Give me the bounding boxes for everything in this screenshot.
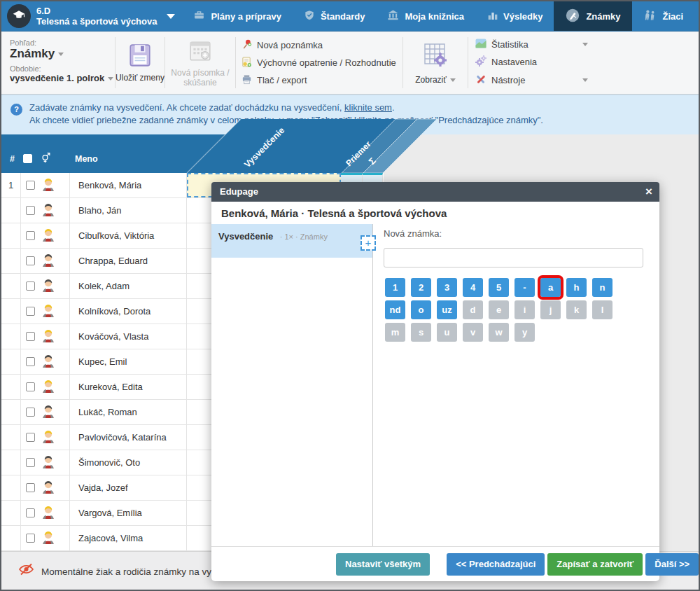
class-subject: Telesná a športová výchova [36,16,157,27]
row-checkbox[interactable] [26,231,35,240]
grade-button-2[interactable]: 2 [411,278,431,297]
row-number [1,274,21,298]
menu-item-plany-a-pripravy[interactable]: Plány a prípravy [182,1,292,31]
menu-label: Výsledky [503,11,542,22]
row-checkbox[interactable] [26,408,35,417]
column-header-number: # [10,154,15,164]
select-all-checkbox[interactable] [23,154,32,163]
grade-button-j[interactable]: j [540,300,561,319]
zap-sa-a-zatvori-button[interactable]: Zapísať a zatvoriť [547,553,643,576]
grade-button-d[interactable]: d [463,300,483,319]
row-checkbox[interactable] [26,256,35,265]
educational-measure-button[interactable]: Výchovné opatrenie / Rozhodnutie [241,57,402,69]
row-number [1,526,21,550]
student-name: Kureková, Edita [70,375,187,399]
grade-button-e[interactable]: e [489,300,509,319]
grade-button-o[interactable]: o [411,300,431,319]
student-name: Zajacová, Vilma [70,526,187,550]
grade-button-i[interactable]: i [514,300,535,319]
class-subject-selector[interactable]: 6.D Telesná a športová výchova [36,1,182,31]
grade-button-1[interactable]: 1 [385,278,405,297]
grade-button-n[interactable]: n [592,278,612,297]
edupage-logo[interactable] [1,1,36,31]
grade-button-5[interactable]: 5 [489,278,509,297]
row-checkbox[interactable] [26,534,35,543]
student-avatar [41,353,55,370]
settings-button[interactable]: Nastavenia [475,55,598,69]
kliknite-sem-link[interactable]: kliknite sem [344,102,392,113]
menu-item-ziaci[interactable]: Žiaci [632,1,695,31]
row-checkbox[interactable] [26,508,35,517]
save-changes-button[interactable]: Uložiť zmeny [115,32,164,94]
row-checkbox[interactable] [26,181,35,190]
menu-item-moja-kniznica[interactable]: Moja knižnica [376,1,475,31]
statistics-dropdown-arrow-icon [582,43,588,46]
al-button[interactable]: Ďalší >> [645,553,699,576]
row-checkbox[interactable] [26,382,35,391]
row-checkbox[interactable] [26,307,35,316]
nastavi-v-etk-m-button[interactable]: Nastaviť všetkým [336,553,430,576]
grade-button-4[interactable]: 4 [463,278,483,297]
hidden-eye-icon [18,562,34,579]
tools-dropdown-arrow-icon [582,78,588,82]
grade-button-s[interactable]: s [411,323,431,342]
menu-item-znamky[interactable]: Známky [554,1,631,31]
grade-button-h[interactable]: h [566,278,587,297]
row-checkbox[interactable] [26,332,35,341]
print-export-button[interactable]: Tlač / export [241,74,402,87]
grade-input[interactable] [384,248,643,267]
grade-button-y[interactable]: y [514,323,535,342]
menu-label: Štandardy [321,11,365,22]
row-checkbox[interactable] [26,206,35,215]
status-text: Momentálne žiak a rodičia známky na vysv… [41,566,226,577]
grade-buttons-row-1: 12345-ahn [385,278,612,297]
add-column-button[interactable]: + [360,235,376,251]
student-avatar [41,504,55,522]
dialog-title-bar[interactable]: Edupage × [211,182,659,202]
grade-button-u[interactable]: u [437,323,457,342]
grade-button-w[interactable]: w [489,323,509,342]
grade-button-uz[interactable]: uz [437,300,457,319]
settings-gears-icon [475,55,486,69]
predch-dzaj-ci-button[interactable]: << Predchádzajúci [447,553,545,576]
grade-button-k[interactable]: k [566,300,587,319]
zobrazit-dropdown-arrow-icon [450,78,456,82]
obdobie-selector[interactable]: vysvedčenie 1. polrok [10,73,115,83]
student-name: Kolníková, Dorota [70,299,187,324]
pohlad-selector[interactable]: Známky [10,47,115,61]
event-list-item-vysvedcenie[interactable]: Vysvedčenie · 1× · Známky [211,224,372,258]
grade-button-a[interactable]: a [540,278,561,297]
student-avatar [41,429,55,446]
graduation-cap-icon [12,8,26,25]
pohlad-dropdown-arrow-icon [58,53,64,56]
menu-item-standardy[interactable]: Štandardy [293,1,377,31]
grade-entry-dialog: Edupage × Benková, Mária · Telesná a špo… [211,182,659,581]
grade-button-nd[interactable]: nd [385,300,405,319]
new-test-button[interactable]: Nová písomka / skúšanie [165,32,235,94]
zobrazit-button[interactable]: Zobraziť [403,32,468,94]
row-checkbox[interactable] [26,483,35,492]
new-note-button[interactable]: Nová poznámka [241,39,402,52]
dialog-subtitle: Benková, Mária · Telesná a športová vých… [221,207,447,219]
row-checkbox[interactable] [26,433,35,442]
statistics-button[interactable]: Štatistika [475,39,598,50]
menu-item-vysledky[interactable]: Výsledky [475,1,554,31]
tools-button[interactable]: Nástroje [475,74,598,87]
row-checkbox[interactable] [26,458,35,467]
grade-button-m[interactable]: m [385,323,405,342]
grade-button-v[interactable]: v [463,323,483,342]
menu-label: Žiaci [663,11,684,22]
student-avatar [41,454,55,471]
grade-button-3[interactable]: 3 [437,278,457,297]
student-avatar [41,529,55,547]
row-checkbox[interactable] [26,357,35,366]
row-checkbox[interactable] [26,281,35,291]
results-chart-icon [486,10,498,23]
student-avatar [41,479,55,496]
new-test-calendar-icon [188,39,212,65]
grade-buttons-row-3: msuvwy [385,323,535,342]
student-avatar [41,252,55,270]
grade-button-l[interactable]: l [592,300,612,319]
close-icon[interactable]: × [645,182,652,201]
grade-button--[interactable]: - [514,278,535,297]
